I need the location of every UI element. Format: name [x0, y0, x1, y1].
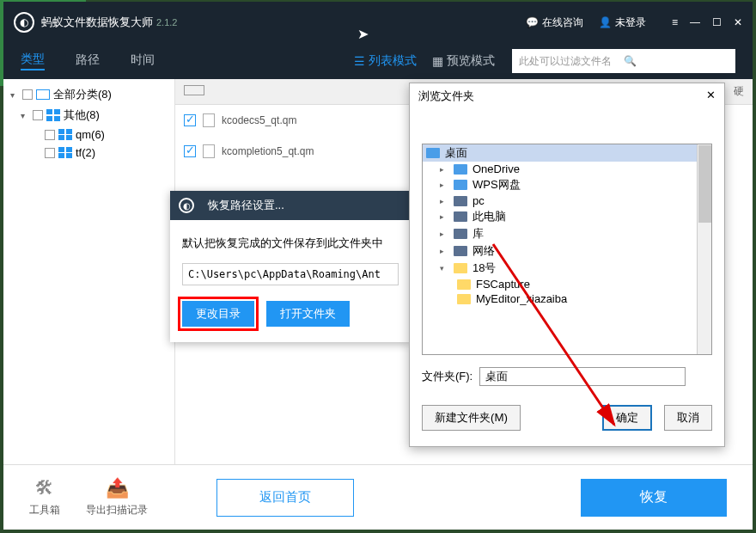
tree-library[interactable]: ▸库 — [423, 225, 711, 242]
app-logo-icon: ◐ — [179, 198, 194, 213]
app-version: 2.1.2 — [156, 17, 177, 28]
tree-all[interactable]: ▾全部分类(8) — [3, 84, 174, 105]
path-input[interactable] — [182, 263, 399, 285]
tree-other[interactable]: ▾其他(8) — [3, 105, 174, 126]
tree-onedrive[interactable]: ▸OneDrive — [423, 162, 711, 176]
row-checkbox[interactable] — [184, 114, 196, 126]
collapse-icon[interactable]: ▾ — [21, 111, 29, 120]
tree-folder-fscapture[interactable]: FSCapture — [423, 277, 711, 291]
checkbox[interactable] — [33, 110, 43, 120]
menu-icon[interactable]: ≡ — [672, 16, 678, 28]
folder-label: 文件夹(F): — [422, 369, 472, 384]
monitor-icon — [36, 89, 50, 100]
export-icon: 📤 — [106, 477, 129, 499]
toolbox-button[interactable]: 🛠工具箱 — [29, 477, 60, 518]
list-icon: ☰ — [354, 54, 365, 68]
change-dir-button[interactable]: 更改目录 — [182, 301, 254, 327]
online-consult-button[interactable]: 💬在线咨询 — [526, 15, 583, 30]
search-icon[interactable]: 🔍 — [624, 55, 729, 67]
collapse-icon[interactable]: ▾ — [10, 90, 19, 100]
folder-name-input[interactable] — [479, 367, 686, 386]
tree-folder-myeditor[interactable]: MyEditor_xiazaiba — [423, 291, 711, 306]
tabs-row: 类型 路径 时间 ☰列表模式 ▦预览模式 此处可以过滤文件名 🔍 — [3, 43, 753, 79]
recover-button[interactable]: 恢复 — [581, 479, 727, 517]
maximize-icon[interactable]: ☐ — [712, 16, 722, 28]
login-button[interactable]: 👤未登录 — [599, 15, 646, 30]
tree-wps[interactable]: ▸WPS网盘 — [423, 176, 711, 193]
open-folder-button[interactable]: 打开文件夹 — [266, 301, 350, 327]
close-icon[interactable]: ✕ — [706, 89, 716, 104]
tree-qm[interactable]: qm(6) — [3, 126, 174, 144]
computer-icon — [454, 211, 467, 222]
tree-folder-18[interactable]: ▾18号 — [423, 260, 711, 277]
select-all-checkbox[interactable] — [184, 85, 204, 95]
cancel-button[interactable]: 取消 — [664, 405, 712, 431]
folder-icon — [454, 263, 467, 273]
tree-network[interactable]: ▸网络 — [423, 242, 711, 260]
recovery-path-dialog: ◐ 恢复路径设置... 默认把恢复完成的文件保存到此文件夹中 更改目录 打开文件… — [170, 191, 411, 342]
scrollbar[interactable] — [697, 144, 711, 354]
checkbox[interactable] — [22, 89, 33, 100]
search-placeholder: 此处可以过滤文件名 — [519, 54, 624, 69]
network-icon — [454, 246, 467, 256]
expand-icon[interactable]: ▸ — [440, 165, 448, 174]
ok-button[interactable]: 确定 — [602, 405, 652, 431]
category-icon — [58, 129, 72, 141]
tree-this-pc[interactable]: ▸此电脑 — [423, 208, 711, 225]
desktop-icon — [426, 148, 440, 158]
user-icon: 👤 — [599, 16, 612, 28]
folder-tree[interactable]: 桌面 ▸OneDrive ▸WPS网盘 ▸pc ▸此电脑 ▸库 ▸网络 ▾18号… — [422, 144, 712, 355]
library-icon — [454, 229, 467, 239]
expand-icon[interactable]: ▸ — [440, 230, 448, 238]
list-mode-button[interactable]: ☰列表模式 — [354, 53, 417, 69]
file-name: kcodecs5_qt.qm — [222, 114, 296, 126]
tree-pc-user[interactable]: ▸pc — [423, 193, 711, 208]
expand-icon[interactable]: ▸ — [440, 197, 448, 205]
expand-icon[interactable]: ▸ — [440, 181, 448, 189]
folder-icon — [457, 294, 471, 304]
dialog-title: ◐ 恢复路径设置... — [170, 191, 411, 220]
sidebar: ▾全部分类(8) ▾其他(8) qm(6) tf(2) — [3, 79, 175, 464]
minimize-icon[interactable]: — — [690, 16, 700, 28]
new-folder-button[interactable]: 新建文件夹(M) — [422, 405, 521, 431]
user-icon — [454, 196, 467, 206]
file-icon — [203, 144, 215, 158]
tab-time[interactable]: 时间 — [131, 52, 155, 70]
row-checkbox[interactable] — [184, 145, 196, 157]
dialog-message: 默认把恢复完成的文件保存到此文件夹中 — [182, 236, 399, 251]
tree-tf[interactable]: tf(2) — [3, 144, 174, 162]
checkbox[interactable] — [45, 130, 55, 140]
folder-icon — [457, 279, 471, 290]
tree-desktop[interactable]: 桌面 — [423, 144, 711, 162]
file-name: kcompletion5_qt.qm — [222, 145, 314, 157]
cloud-icon — [454, 180, 467, 190]
grid-icon: ▦ — [432, 54, 443, 68]
close-icon[interactable]: ✕ — [734, 16, 742, 28]
cloud-icon — [454, 164, 467, 175]
expand-icon[interactable]: ▾ — [440, 264, 448, 273]
app-logo-icon: ◐ — [14, 12, 34, 33]
tools-icon: 🛠 — [35, 477, 54, 499]
search-input[interactable]: 此处可以过滤文件名 🔍 — [512, 49, 735, 73]
export-scan-button[interactable]: 📤导出扫描记录 — [86, 477, 148, 518]
preview-mode-button[interactable]: ▦预览模式 — [432, 53, 495, 69]
file-icon — [203, 113, 215, 127]
tab-type[interactable]: 类型 — [21, 52, 45, 70]
titlebar: ◐ 蚂蚁文件数据恢复大师 2.1.2 💬在线咨询 👤未登录 ≡ — ☐ ✕ — [3, 2, 753, 43]
tab-path[interactable]: 路径 — [76, 52, 100, 70]
checkbox[interactable] — [45, 148, 55, 158]
category-icon — [46, 109, 60, 121]
browse-folder-dialog: 浏览文件夹 ✕ 桌面 ▸OneDrive ▸WPS网盘 ▸pc ▸此电脑 ▸库 … — [409, 83, 725, 447]
expand-icon[interactable]: ▸ — [440, 247, 448, 255]
bottom-bar: 🛠工具箱 📤导出扫描记录 返回首页 恢复 — [3, 464, 753, 530]
browse-title: 浏览文件夹 — [418, 89, 474, 104]
scrollbar-thumb[interactable] — [698, 145, 711, 223]
back-home-button[interactable]: 返回首页 — [216, 479, 354, 517]
chat-icon: 💬 — [526, 16, 539, 28]
app-title: 蚂蚁文件数据恢复大师 — [41, 15, 153, 30]
category-icon — [58, 147, 72, 159]
expand-icon[interactable]: ▸ — [440, 212, 448, 221]
